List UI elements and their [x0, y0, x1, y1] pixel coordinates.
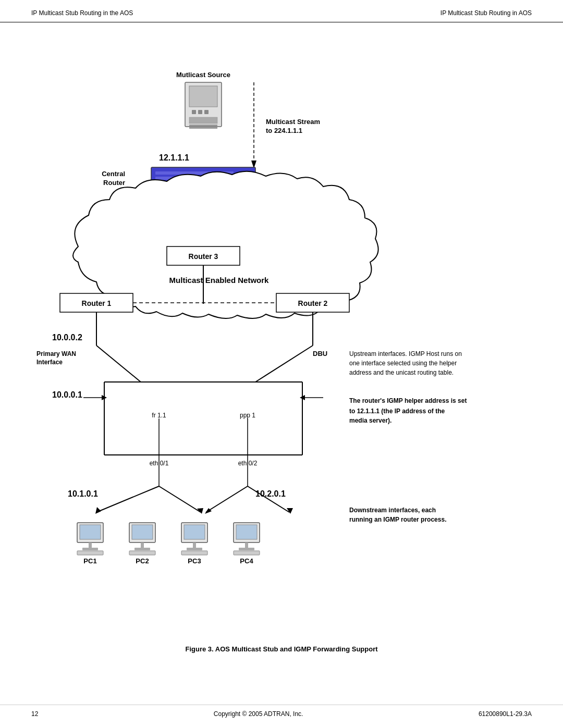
svg-rect-59 [193, 542, 196, 548]
pc3-label: PC3 [188, 557, 201, 565]
downstream-text1: Downstream interfaces, each [349, 507, 436, 514]
pc1-label: PC1 [83, 557, 96, 565]
router3-label: Router 3 [189, 252, 218, 261]
svg-rect-3 [198, 110, 202, 114]
igmp-text3: media server). [349, 417, 391, 424]
pc2-label: PC2 [136, 557, 149, 565]
svg-rect-6 [189, 125, 217, 126]
ip-10002-label: 10.0.0.2 [52, 333, 82, 342]
svg-rect-56 [129, 551, 155, 555]
footer-copyright: Copyright © 2005 ADTRAN, Inc. [214, 710, 303, 718]
svg-rect-63 [236, 525, 257, 539]
svg-line-39 [96, 486, 159, 512]
ip-10101-label: 10.1.0.1 [68, 489, 98, 498]
upstream-text1: Upstream interfaces. IGMP Host runs on [349, 350, 462, 357]
multicast-stream-label: Multicast Stream [266, 118, 320, 126]
svg-marker-40 [95, 507, 101, 514]
pc4-icon: PC4 [234, 523, 260, 565]
multicast-source-label: Mutlicast Source [176, 71, 230, 79]
footer-docnum: 61200890L1-29.3A [479, 710, 532, 718]
central-router-label2: Router [103, 179, 125, 187]
dbu-label: DBU [313, 350, 327, 357]
svg-rect-48 [80, 525, 101, 539]
svg-rect-2 [192, 110, 196, 114]
downstream-text2: running an IGMP router process. [349, 516, 446, 523]
svg-rect-61 [181, 551, 207, 555]
pc1-icon: PC1 [77, 523, 103, 565]
ppp1-label: ppp 1 [240, 412, 255, 419]
upstream-text3: address and the unicast routing table. [349, 369, 454, 376]
svg-rect-58 [184, 525, 205, 539]
ip-10001-label: 10.0.0.1 [52, 390, 82, 399]
svg-line-26 [255, 346, 313, 382]
central-router-label: Central [102, 170, 125, 178]
svg-rect-5 [189, 117, 217, 124]
fr11-label: fr 1.1 [152, 412, 166, 419]
svg-rect-4 [204, 110, 209, 114]
ip-1211-label: 12.1.1.1 [159, 153, 189, 162]
svg-rect-54 [141, 542, 144, 548]
svg-rect-50 [82, 548, 98, 550]
igmp-text1: The router's IGMP helper address is set [349, 397, 467, 404]
pc4-label: PC4 [240, 557, 253, 565]
svg-rect-60 [187, 548, 202, 550]
svg-rect-53 [132, 525, 153, 539]
footer-page: 12 [31, 710, 38, 718]
svg-rect-51 [77, 551, 103, 555]
multicast-enabled-label: Multicast Enabled Network [169, 276, 270, 285]
header-right: IP Multicast Stub Routing in AOS [440, 9, 532, 17]
figure-caption: Figure 3. AOS Multicast Stub and IGMP Fo… [185, 645, 377, 653]
svg-rect-66 [234, 551, 260, 555]
to-224-label: to 224.1.1.1 [266, 127, 302, 134]
svg-rect-64 [245, 542, 248, 548]
svg-rect-55 [134, 548, 150, 550]
header-left: IP Multicast Stub Routing in the AOS [31, 9, 133, 17]
igmp-text2: to 12.1.1.1 (the IP address of the [349, 408, 445, 415]
upstream-text2: one interface selected using the helper [349, 360, 457, 367]
primary-wan-label2: Interface [36, 359, 63, 366]
svg-line-25 [96, 346, 141, 382]
svg-rect-49 [89, 542, 92, 548]
router2-label: Router 2 [298, 299, 328, 307]
pc2-icon: PC2 [129, 523, 155, 565]
svg-line-43 [206, 486, 248, 512]
pc3-icon: PC3 [181, 523, 207, 565]
svg-rect-7 [189, 127, 217, 129]
router1-label: Router 1 [82, 299, 112, 307]
svg-rect-65 [239, 548, 254, 550]
svg-rect-1 [189, 86, 217, 107]
primary-wan-label: Primary WAN [36, 350, 76, 357]
svg-line-41 [159, 486, 201, 512]
